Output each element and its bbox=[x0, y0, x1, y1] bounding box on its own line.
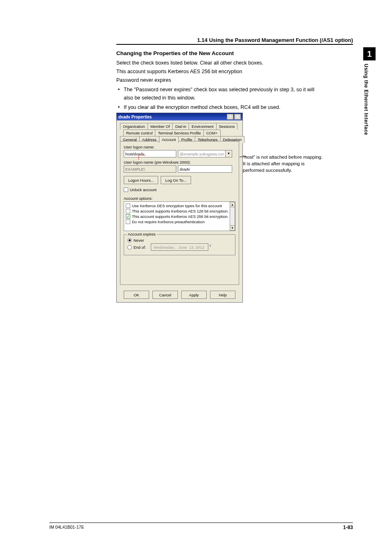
body-p1: Select the check boxes listed below. Cle… bbox=[116, 59, 346, 67]
pre2000-label: User logon name (pre-Windows 2000): bbox=[124, 160, 235, 164]
tab-terminal-services[interactable]: Terminal Services Profile bbox=[155, 130, 204, 136]
close-icon[interactable]: × bbox=[234, 114, 241, 120]
radio-icon bbox=[127, 245, 132, 250]
checkbox-checked-icon bbox=[126, 214, 130, 219]
callout-mark bbox=[138, 155, 146, 160]
chapter-tab: 1 Using the Ethernet Interface bbox=[363, 47, 376, 135]
chevron-down-icon[interactable]: ▼ bbox=[226, 150, 232, 157]
apply-button[interactable]: Apply bbox=[181, 291, 207, 299]
radio-selected-icon bbox=[127, 238, 132, 243]
expires-end-of-radio[interactable]: End of: ▼ bbox=[127, 243, 232, 251]
checkbox-icon bbox=[126, 209, 130, 213]
logon-name-label: User logon name: bbox=[124, 145, 235, 149]
tab-remote-control[interactable]: Remote control bbox=[123, 130, 155, 136]
scroll-up-icon[interactable]: ▲ bbox=[230, 202, 235, 207]
logon-domain-combo[interactable] bbox=[178, 150, 226, 157]
opt-des[interactable]: Use Kerberos DES encryption types for th… bbox=[126, 204, 229, 208]
body-li2: If you clear all the encryption method c… bbox=[116, 104, 346, 111]
footer-right: 1-83 bbox=[343, 525, 353, 530]
body-text: Changing the Properties of the New Accou… bbox=[116, 49, 346, 112]
pre2000-user-input[interactable] bbox=[178, 165, 232, 173]
checkbox-icon bbox=[126, 204, 130, 208]
tab-com-plus[interactable]: COM+ bbox=[203, 130, 221, 136]
body-p2: This account supports Kerberos AES 256 b… bbox=[116, 68, 346, 76]
checkbox-icon bbox=[124, 187, 128, 192]
chapter-number-box: 1 bbox=[363, 47, 376, 60]
expires-end-of-label: End of: bbox=[134, 245, 146, 250]
account-expires-title: Account expires bbox=[127, 232, 157, 236]
body-li1-cont: also be selected in this window. bbox=[116, 94, 346, 102]
scroll-down-icon[interactable]: ▼ bbox=[230, 225, 235, 231]
body-p3: Password never expires bbox=[116, 76, 346, 84]
pre2000-domain-input bbox=[124, 165, 176, 173]
section-header: 1.14 Using the Password Management Funct… bbox=[116, 37, 353, 45]
body-li1: The "Password never expires" check box w… bbox=[116, 86, 346, 94]
scroll-track[interactable] bbox=[230, 207, 235, 225]
checkbox-icon bbox=[126, 220, 130, 224]
unlock-account-label: Unlock account bbox=[130, 187, 157, 192]
account-tab-panel: User logon name: ▼ User logon name (pre-… bbox=[120, 141, 239, 285]
opt-no-preauth[interactable]: Do not require Kerberos preauthenticatio… bbox=[126, 220, 229, 224]
log-on-to-button[interactable]: Log On To... bbox=[161, 176, 191, 184]
account-options-list[interactable]: Use Kerberos DES encryption types for th… bbox=[124, 201, 235, 231]
expires-never-radio[interactable]: Never bbox=[127, 238, 232, 243]
tab-sessions[interactable]: Sessions bbox=[216, 123, 238, 130]
tab-environment[interactable]: Environment bbox=[189, 123, 216, 130]
callout-l1: "host" is not attached before mapping. bbox=[243, 154, 350, 160]
logon-name-input[interactable] bbox=[124, 150, 176, 157]
page-footer: IM 04L41B01-17E 1-83 bbox=[49, 523, 353, 530]
tab-dial-in[interactable]: Dial-in bbox=[172, 123, 189, 130]
chevron-down-icon: ▼ bbox=[208, 243, 212, 251]
callout-text: "host" is not attached before mapping. I… bbox=[243, 154, 350, 173]
callout-l2: It is attached after mapping is bbox=[243, 160, 350, 167]
callout-l3: performed successfully. bbox=[243, 167, 350, 173]
properties-figure: dxadv Properties ? × Organization Member… bbox=[116, 113, 346, 303]
body-heading: Changing the Properties of the New Accou… bbox=[116, 49, 346, 58]
opt-label: This account supports Kerberos AES 128 b… bbox=[132, 209, 229, 213]
opt-label: Use Kerberos DES encryption types for th… bbox=[132, 204, 222, 208]
opt-label: Do not require Kerberos preauthenticatio… bbox=[132, 220, 205, 224]
cancel-button[interactable]: Cancel bbox=[152, 291, 178, 299]
logon-hours-button[interactable]: Logon Hours... bbox=[124, 176, 158, 184]
tab-member-of[interactable]: Member Of bbox=[148, 123, 173, 130]
properties-dialog: dxadv Properties ? × Organization Member… bbox=[116, 113, 243, 303]
dialog-title-bar: dxadv Properties ? × bbox=[117, 113, 242, 120]
tab-account[interactable]: Account bbox=[159, 136, 179, 143]
account-expires-group: Account expires Never End of: ▼ bbox=[124, 234, 235, 255]
end-of-date-input bbox=[151, 243, 208, 251]
account-options-label: Account options: bbox=[124, 196, 235, 201]
footer-left: IM 04L41B01-17E bbox=[49, 525, 84, 530]
chapter-side-label: Using the Ethernet Interface bbox=[363, 64, 369, 135]
help-icon[interactable]: ? bbox=[227, 114, 233, 120]
expires-never-label: Never bbox=[134, 238, 144, 243]
unlock-account-checkbox[interactable]: Unlock account bbox=[124, 187, 235, 192]
ok-button[interactable]: OK bbox=[124, 291, 149, 299]
opt-aes256[interactable]: This account supports Kerberos AES 256 b… bbox=[126, 214, 229, 219]
dialog-title: dxadv Properties bbox=[118, 115, 152, 119]
opt-aes128[interactable]: This account supports Kerberos AES 128 b… bbox=[126, 209, 229, 213]
dialog-tabs: Organization Member Of Dial-in Environme… bbox=[120, 123, 239, 139]
tab-organization[interactable]: Organization bbox=[120, 123, 148, 130]
help-button[interactable]: Help bbox=[210, 291, 235, 299]
opt-label: This account supports Kerberos AES 256 b… bbox=[132, 214, 229, 219]
